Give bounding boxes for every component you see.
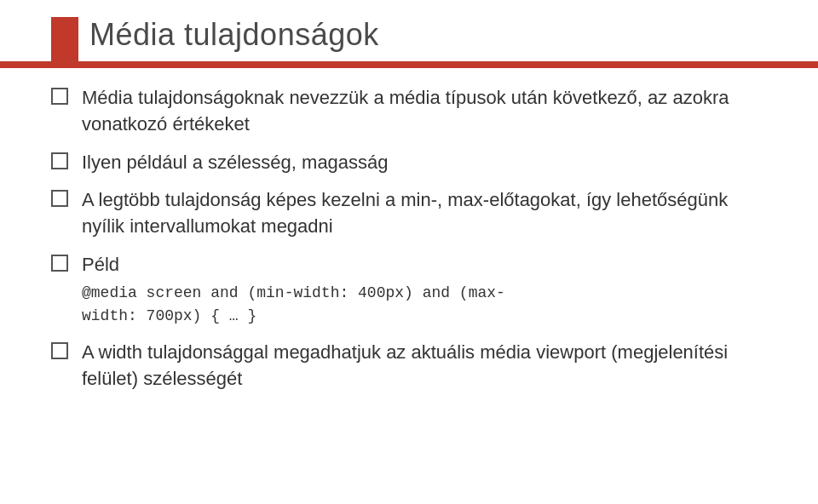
bullet-text-1: Média tulajdonságoknak nevezzük a média … xyxy=(82,85,767,138)
bullet-item-5: A width tulajdonsággal megadhatjuk az ak… xyxy=(51,340,767,392)
bullet-text-3: A legtöbb tulajdonság képes kezelni a mi… xyxy=(82,187,767,240)
checkbox-icon-1 xyxy=(51,88,68,105)
checkbox-icon-2 xyxy=(51,152,68,169)
slide-container: Média tulajdonságok Média tulajdonságokn… xyxy=(0,0,818,504)
slide-title: Média tulajdonságok xyxy=(89,17,379,53)
checkbox-icon-5 xyxy=(51,342,68,359)
checkbox-icon-4 xyxy=(51,255,68,272)
code-line-1: @media screen and (min-width: 400px) and… xyxy=(82,284,505,301)
bullet-text-5: A width tulajdonsággal megadhatjuk az ak… xyxy=(82,340,767,392)
red-square-decoration xyxy=(51,17,78,61)
bullet-item-3: A legtöbb tulajdonság képes kezelni a mi… xyxy=(51,187,767,240)
content-area: Média tulajdonságoknak nevezzük a média … xyxy=(51,85,767,487)
checkbox-icon-3 xyxy=(51,190,68,207)
code-line-2: width: 700px) { … } xyxy=(82,307,256,324)
bullet-item-2: Ilyen például a szélesség, magasság xyxy=(51,150,767,176)
bullet-text-4: Péld xyxy=(82,254,119,275)
code-block: @media screen and (min-width: 400px) and… xyxy=(82,282,767,328)
bullet-item-1: Média tulajdonságoknak nevezzük a média … xyxy=(51,85,767,138)
bullet-item-4: Péld @media screen and (min-width: 400px… xyxy=(51,252,767,328)
bullet-text-2: Ilyen például a szélesség, magasság xyxy=(82,150,767,176)
title-underline-bar xyxy=(0,61,818,68)
